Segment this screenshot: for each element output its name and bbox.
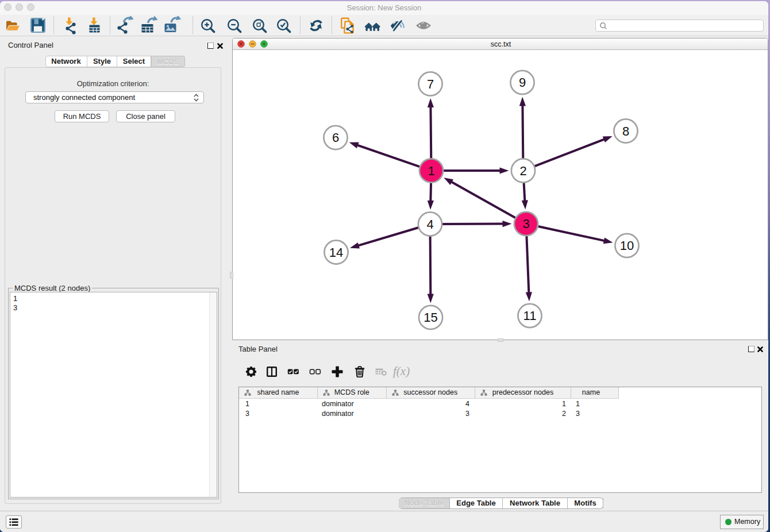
svg-text:11: 11 — [523, 309, 537, 323]
svg-text:6: 6 — [332, 130, 339, 145]
svg-text:8: 8 — [622, 124, 629, 138]
svg-text:15: 15 — [424, 310, 437, 325]
svg-text:1: 1 — [428, 164, 434, 178]
svg-text:2: 2 — [519, 164, 526, 178]
svg-text:14: 14 — [329, 245, 343, 260]
svg-text:3: 3 — [522, 217, 529, 231]
svg-text:9: 9 — [519, 75, 526, 90]
svg-text:7: 7 — [427, 77, 434, 91]
svg-text:4: 4 — [426, 217, 433, 232]
svg-text:10: 10 — [620, 238, 634, 253]
